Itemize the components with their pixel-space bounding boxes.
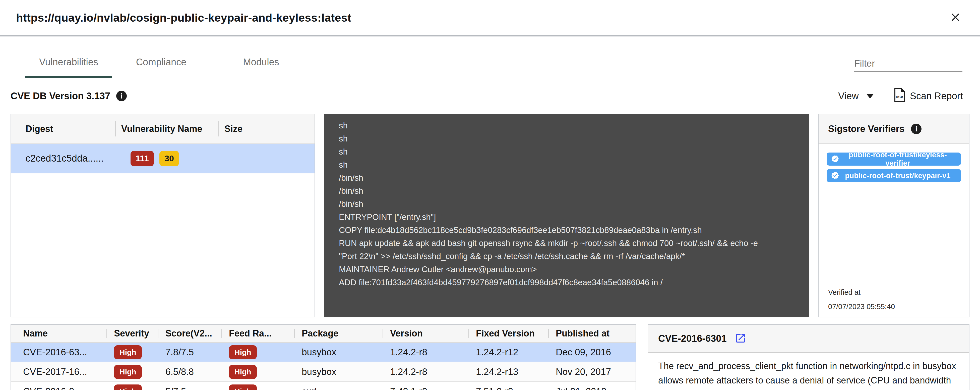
table-row[interactable]: CVE-2016-8... High 5/7.5 High curl 7.49.…: [11, 381, 636, 390]
score-value: 6.5/8.8: [158, 362, 221, 381]
score-value: 7.8/7.5: [158, 343, 221, 361]
digest-column-header: Digest: [11, 114, 115, 144]
cve-detail-panel: CVE-2016-6301 The recv_and_process_clien…: [648, 324, 969, 390]
scan-report-button[interactable]: csv Scan Report: [894, 88, 963, 104]
external-link-button[interactable]: [735, 332, 746, 345]
sigstore-header: Sigstore Verifiers i: [819, 114, 969, 144]
table-row[interactable]: CVE-2017-16... High 6.5/8.8 High busybox…: [11, 361, 636, 381]
verified-seal-icon: [831, 155, 839, 164]
cve-id: CVE-2016-6301: [658, 333, 727, 344]
layer-command-line: "Port 22\n" >> /etc/ssh/sshd_config && c…: [339, 250, 794, 263]
published-at-column-header: Published at: [548, 324, 636, 342]
layer-history-panel: sh sh sh sh /bin/sh /bin/sh /bin/sh ENTR…: [324, 114, 809, 317]
version-value: 1.24.2-r8: [383, 343, 468, 361]
package-column-header: Package: [294, 324, 383, 342]
cve-name: CVE-2016-63...: [11, 343, 107, 361]
package-value: busybox: [294, 343, 383, 361]
verifier-chip-keyless[interactable]: public-root-of-trust/keyless-verifier: [827, 152, 961, 166]
version-value: 7.49.1-r0: [383, 382, 468, 390]
tabs-bar: Vulnerabilities Compliance Modules: [0, 37, 980, 78]
csv-file-icon: csv: [894, 88, 905, 104]
digest-value: c2ced31c5dda......: [11, 153, 115, 164]
close-button[interactable]: [949, 11, 962, 25]
version-value: 1.24.2-r8: [383, 362, 468, 381]
cve-db-version: CVE DB Version 3.137 i: [11, 91, 127, 102]
tab-list: Vulnerabilities Compliance Modules: [25, 37, 312, 78]
layer-command-line: /bin/sh: [339, 198, 794, 211]
name-column-header: Name: [11, 324, 107, 342]
fixed-version-value: 1.24.2-r12: [468, 343, 548, 361]
feed-rating-badge: High: [229, 365, 257, 379]
feed-rating-badge: High: [229, 384, 257, 390]
filter-input[interactable]: [854, 57, 963, 72]
digest-table: Digest Vulnerability Name Size c2ced31c5…: [11, 114, 315, 317]
severity-badge: High: [114, 384, 142, 390]
svg-text:csv: csv: [896, 94, 903, 99]
scan-report-label: Scan Report: [910, 91, 963, 102]
image-url-title: https://quay.io/nvlab/cosign-public-keyp…: [16, 11, 352, 24]
severity-badge: High: [114, 345, 142, 360]
cve-description-line: The recv_and_process_client_pkt function…: [658, 359, 959, 373]
verifier-chip-label: public-root-of-trust/keyless-verifier: [839, 151, 956, 167]
cve-description: The recv_and_process_client_pkt function…: [648, 353, 969, 390]
view-dropdown[interactable]: View: [838, 91, 874, 102]
cve-description-line: allows remote attackers to cause a denia…: [658, 373, 959, 387]
toolbar: CVE DB Version 3.137 i View csv Scan Rep…: [0, 78, 980, 114]
version-column-header: Version: [383, 324, 468, 342]
verified-at-time: 07/07/2023 05:55:40: [828, 302, 959, 311]
verified-at-label: Verified at: [828, 288, 959, 297]
medium-count-badge: 30: [159, 151, 179, 166]
layer-command-line: RUN apk update && apk add bash git opens…: [339, 237, 794, 250]
published-at-value: Dec 09, 2016: [548, 343, 636, 361]
table-row[interactable]: CVE-2016-63... High 7.8/7.5 High busybox…: [11, 343, 636, 361]
package-value: busybox: [294, 362, 383, 381]
verifier-chip-keypair[interactable]: public-root-of-trust/keypair-v1: [827, 169, 961, 182]
vulnerability-counts: 111 30: [115, 151, 315, 166]
layer-command-line: MAINTAINER Andrew Cutler <andrew@panubo.…: [339, 263, 794, 276]
cve-name: CVE-2016-8...: [11, 382, 107, 390]
cve-detail-header: CVE-2016-6301: [648, 324, 969, 353]
fixed-version-value: 7.51.0-r0: [468, 382, 548, 390]
verified-seal-icon: [831, 171, 839, 180]
sigstore-title: Sigstore Verifiers: [828, 124, 904, 134]
layer-command-line: ADD file:701fd33a2f463fd4bd459779276897e…: [339, 276, 794, 289]
score-column-header: Score(V2...: [158, 324, 221, 342]
size-column-header: Size: [218, 114, 315, 144]
feed-rating-badge: High: [229, 345, 257, 360]
vulnerabilities-table-header: Name Severity Score(V2... Feed Ra... Pac…: [11, 324, 636, 343]
verifier-chip-label: public-root-of-trust/keypair-v1: [839, 172, 956, 180]
info-icon[interactable]: i: [911, 124, 921, 134]
cve-name: CVE-2017-16...: [11, 362, 107, 381]
layer-command-line: sh: [339, 158, 794, 171]
filter-field-wrap: [854, 57, 963, 72]
external-link-icon: [735, 332, 746, 345]
tab-modules[interactable]: Modules: [210, 37, 312, 78]
toolbar-actions: View csv Scan Report: [838, 88, 963, 104]
digest-table-header: Digest Vulnerability Name Size: [11, 114, 315, 144]
score-value: 5/7.5: [158, 382, 221, 390]
chevron-down-icon: [866, 94, 874, 99]
severity-badge: High: [114, 365, 142, 379]
layer-command-line: ENTRYPOINT ["/entry.sh"]: [339, 211, 794, 224]
layer-command-line: COPY file:dc4b18d562bc118ce5cd9b3fe0283c…: [339, 224, 794, 237]
tab-compliance[interactable]: Compliance: [112, 37, 210, 78]
layer-command-line: sh: [339, 132, 794, 145]
vulnerabilities-table: Name Severity Score(V2... Feed Ra... Pac…: [11, 324, 636, 390]
fixed-version-value: 1.24.2-r13: [468, 362, 548, 381]
tab-vulnerabilities[interactable]: Vulnerabilities: [25, 37, 112, 78]
dialog-header: https://quay.io/nvlab/cosign-public-keyp…: [0, 0, 980, 37]
info-icon[interactable]: i: [116, 91, 127, 101]
published-at-value: Jul 21, 2018: [548, 382, 636, 390]
verifier-chip-list: public-root-of-trust/keyless-verifier pu…: [819, 144, 969, 182]
feed-rating-column-header: Feed Ra...: [221, 324, 294, 342]
published-at-value: Nov 20, 2017: [548, 362, 636, 381]
layer-command-line: sh: [339, 145, 794, 158]
high-count-badge: 111: [130, 151, 154, 166]
layer-command-line: /bin/sh: [339, 171, 794, 184]
cve-description-line: consumption) via a forged NTP packet, wh…: [658, 387, 959, 390]
view-dropdown-label: View: [838, 91, 859, 102]
scan-result-dialog: https://quay.io/nvlab/cosign-public-keyp…: [0, 0, 980, 390]
vulnerability-name-column-header: Vulnerability Name: [115, 114, 218, 144]
digest-table-row[interactable]: c2ced31c5dda...... 111 30: [11, 144, 315, 173]
package-value: curl: [294, 382, 383, 390]
